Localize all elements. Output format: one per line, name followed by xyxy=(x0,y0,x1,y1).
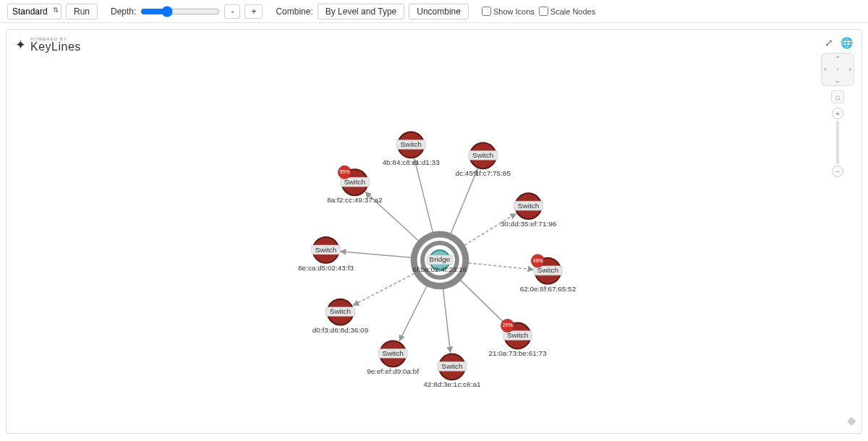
layout-group: Standard Run xyxy=(7,4,98,20)
node-mac: dc:45:1f:c7:75:85 xyxy=(456,169,511,177)
edge[interactable] xyxy=(469,263,534,270)
scale-nodes-label[interactable]: Scale Nodes xyxy=(539,7,595,16)
combine-label: Combine: xyxy=(276,7,312,17)
node-mac: 8a:f2:cc:49:37:a2 xyxy=(327,196,383,204)
pan-down-icon[interactable]: ⌃ xyxy=(833,74,843,85)
node-label: Switch xyxy=(507,331,528,339)
switch-node[interactable]: Switchdc:45:1f:c7:75:85 xyxy=(456,142,511,177)
run-button[interactable]: Run xyxy=(66,4,98,20)
home-button[interactable]: ⌂ xyxy=(831,90,844,103)
keylines-logo: ✦ POWERED BY KeyLines xyxy=(15,37,81,53)
zoom-in-button[interactable]: + xyxy=(832,108,843,119)
show-icons-checkbox[interactable] xyxy=(482,7,491,16)
node-label: Switch xyxy=(330,307,351,315)
switch-node[interactable]: Switch62:0e:8f:67:65:5248% xyxy=(520,254,576,293)
node-label: Switch xyxy=(441,362,462,370)
fullscreen-icon[interactable]: ⤢ xyxy=(823,37,835,48)
switch-node[interactable]: Switch9e:ef:ef:d9:0a:bf xyxy=(367,341,419,375)
edge[interactable] xyxy=(340,252,411,258)
node-mac: 30:dd:35:ef:71:96 xyxy=(501,220,557,228)
switch-node[interactable]: Switch8a:f2:cc:49:37:a255% xyxy=(327,166,383,204)
percent-badge-text: 29% xyxy=(503,322,513,327)
percent-badge-text: 55% xyxy=(339,169,349,174)
depth-slider[interactable] xyxy=(140,6,220,17)
depth-group: Depth: - + xyxy=(111,4,263,19)
edge[interactable] xyxy=(464,213,516,245)
globe-icon[interactable]: 🌐 xyxy=(841,37,852,48)
switch-node[interactable]: Switch42:8d:3e:1c:c6:a1 xyxy=(423,354,481,388)
pan-up-icon[interactable]: ⌃ xyxy=(833,53,843,64)
node-mac: 42:8d:3e:1c:c6:a1 xyxy=(423,380,481,388)
graph-canvas[interactable]: ✦ POWERED BY KeyLines ⤢ 🌐 ⌃ ⌃◦⌃ ⌃ ⌂ + − xyxy=(6,29,862,434)
scale-nodes-checkbox[interactable] xyxy=(539,7,548,16)
percent-badge-text: 48% xyxy=(533,258,543,263)
depth-plus-button[interactable]: + xyxy=(244,4,263,19)
center-label: Bridge xyxy=(430,255,451,263)
options-group: Show Icons Scale Nodes xyxy=(482,7,595,16)
switch-node[interactable]: Switch30:dd:35:ef:71:96 xyxy=(501,193,557,228)
zoom-track[interactable] xyxy=(836,121,839,164)
nav-controls: ⤢ 🌐 ⌃ ⌃◦⌃ ⌃ ⌂ + − xyxy=(821,37,854,177)
node-label: Switch xyxy=(383,349,404,357)
combine-button[interactable]: By Level and Type xyxy=(318,4,405,20)
center-node[interactable]: Bridge 6f:be:02:4f:23:16 xyxy=(413,234,467,286)
edge[interactable] xyxy=(443,288,451,352)
pan-left-icon[interactable]: ⌃ xyxy=(822,64,833,75)
node-label: Switch xyxy=(344,178,365,186)
show-icons-text: Show Icons xyxy=(493,7,535,16)
node-mac: d0:f3:d6:8d:36:09 xyxy=(312,326,369,334)
node-label: Switch xyxy=(315,246,336,254)
edge[interactable] xyxy=(399,286,427,341)
switch-node[interactable]: Switchd0:f3:d6:8d:36:09 xyxy=(312,299,369,334)
resize-handle-icon[interactable]: ◆ xyxy=(847,414,856,427)
depth-minus-button[interactable]: - xyxy=(224,4,240,19)
node-mac: 62:0e:8f:67:65:52 xyxy=(520,285,576,293)
logo-name: KeyLines xyxy=(30,41,81,53)
show-icons-label[interactable]: Show Icons xyxy=(482,7,535,16)
edge[interactable] xyxy=(414,159,433,232)
combine-group: Combine: By Level and Type Uncombine xyxy=(276,4,469,20)
graph-svg[interactable]: Bridge 6f:be:02:4f:23:16 Switch4b:84:c8:… xyxy=(7,30,861,433)
edge[interactable] xyxy=(451,169,477,234)
node-mac: 4b:84:c8:c1:d1:33 xyxy=(383,158,441,166)
edge[interactable] xyxy=(353,273,414,305)
logo-icon: ✦ xyxy=(15,37,26,53)
zoom-control: + − xyxy=(832,108,843,177)
switch-node[interactable]: Switch8e:ca:d5:02:43:f3 xyxy=(298,237,354,272)
zoom-out-button[interactable]: − xyxy=(832,166,843,177)
node-label: Switch xyxy=(518,202,539,210)
pan-right-icon[interactable]: ⌃ xyxy=(843,64,854,75)
node-label: Switch xyxy=(400,140,421,148)
node-mac: 8e:ca:d5:02:43:f3 xyxy=(298,264,354,272)
switch-node[interactable]: Switch21:0a:73:be:61:7329% xyxy=(488,320,547,358)
center-mac: 6f:be:02:4f:23:16 xyxy=(413,265,467,273)
toolbar: Standard Run Depth: - + Combine: By Leve… xyxy=(0,0,868,23)
depth-label: Depth: xyxy=(111,7,136,17)
node-label: Switch xyxy=(472,151,493,159)
switch-node[interactable]: Switch4b:84:c8:c1:d1:33 xyxy=(383,132,441,166)
edge[interactable] xyxy=(461,281,508,326)
scale-nodes-text: Scale Nodes xyxy=(550,7,595,16)
pan-dpad[interactable]: ⌃ ⌃◦⌃ ⌃ xyxy=(821,53,854,86)
pan-center-icon[interactable]: ◦ xyxy=(833,64,843,75)
uncombine-button[interactable]: Uncombine xyxy=(409,4,469,20)
layout-select[interactable]: Standard xyxy=(7,4,61,20)
node-mac: 9e:ef:ef:d9:0a:bf xyxy=(367,367,419,375)
node-mac: 21:0a:73:be:61:73 xyxy=(488,349,547,357)
node-label: Switch xyxy=(537,266,558,274)
